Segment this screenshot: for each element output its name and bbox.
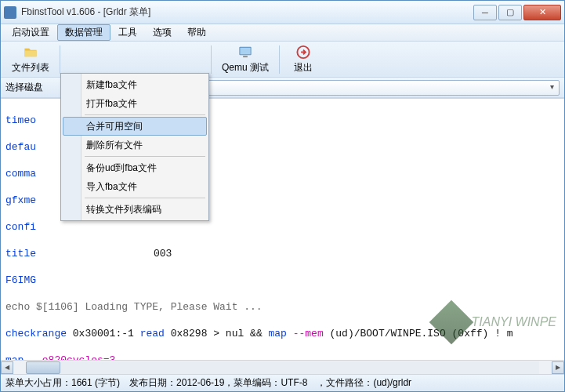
status-date: 发布日期：2012-06-19，菜单编码：UTF-8: [129, 376, 307, 390]
scroll-left-button[interactable]: ◀: [1, 361, 13, 374]
menu-data-management[interactable]: 数据管理: [57, 24, 110, 41]
menu-options[interactable]: 选项: [145, 24, 179, 41]
toolbar-separator: [211, 45, 212, 74]
exit-label: 退出: [294, 61, 313, 74]
data-management-dropdown: 新建fba文件 打开fba文件 合并可用空间 删除所有文件 备份ud到fba文件…: [60, 73, 209, 221]
toolbar-separator: [279, 45, 280, 74]
qemu-test-button[interactable]: Qemu 测试: [215, 43, 275, 76]
dd-separator: [85, 156, 205, 157]
menubar: 启动设置 数据管理 工具 选项 帮助: [1, 24, 564, 42]
file-list-label: 文件列表: [12, 61, 49, 74]
menu-tools[interactable]: 工具: [110, 24, 145, 41]
select-disk-label: 选择磁盘: [5, 81, 43, 94]
dd-new-fba[interactable]: 新建fba文件: [63, 75, 207, 94]
exit-button[interactable]: 退出: [284, 43, 323, 76]
monitor-icon: [237, 45, 253, 60]
disk-combobox[interactable]: [197, 80, 560, 96]
scroll-thumb[interactable]: [26, 361, 60, 374]
dd-open-fba[interactable]: 打开fba文件: [63, 94, 207, 113]
titlebar: FbinstTool v1.606 - [Grldr 菜单] ─ ▢ ✕: [1, 1, 564, 24]
scroll-track[interactable]: [26, 361, 539, 374]
scroll-right-button[interactable]: ▶: [552, 361, 564, 374]
exit-icon: [295, 45, 311, 60]
file-list-button[interactable]: 文件列表: [5, 43, 56, 76]
close-button[interactable]: ✕: [523, 5, 561, 20]
horizontal-scrollbar[interactable]: ◀ ▶: [1, 360, 564, 374]
toolbar: 文件列表 Qemu 测试 退出 新建fba文件 打开fba文件 合并可用空间 删…: [1, 42, 564, 78]
dd-merge-space[interactable]: 合并可用空间: [63, 117, 207, 136]
dd-separator: [85, 198, 205, 198]
maximize-button[interactable]: ▢: [498, 5, 522, 20]
svg-rect-2: [243, 56, 248, 57]
dd-import-fba[interactable]: 导入fba文件: [63, 177, 207, 196]
status-size: 菜单大小占用：1661 (字节): [5, 376, 120, 390]
window-title: FbinstTool v1.606 - [Grldr 菜单]: [21, 5, 473, 19]
folder-icon: [23, 45, 38, 60]
app-icon: [4, 6, 16, 19]
minimize-button[interactable]: ─: [473, 5, 497, 20]
menu-help[interactable]: 帮助: [179, 24, 214, 41]
dd-convert-encoding[interactable]: 转换文件列表编码: [63, 200, 207, 219]
svg-rect-1: [240, 47, 250, 54]
dd-backup-ud[interactable]: 备份ud到fba文件: [63, 158, 207, 177]
menu-boot-settings[interactable]: 启动设置: [4, 24, 57, 41]
toolbar-separator: [60, 45, 60, 74]
status-path: ，文件路径：(ud)/grldr: [317, 376, 411, 390]
dd-delete-all[interactable]: 删除所有文件: [63, 136, 207, 154]
dd-separator: [85, 114, 205, 115]
qemu-test-label: Qemu 测试: [222, 61, 269, 74]
statusbar: 菜单大小占用：1661 (字节) 发布日期：2012-06-19，菜单编码：UT…: [1, 374, 564, 391]
